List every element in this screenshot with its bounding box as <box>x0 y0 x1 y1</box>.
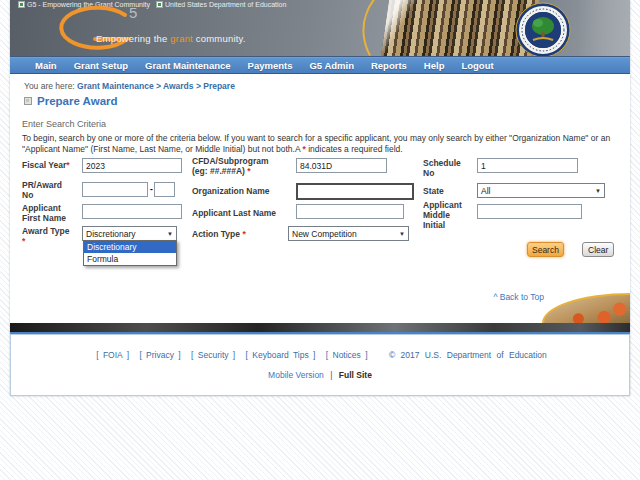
applicant-last-name-label: Applicant Last Name <box>192 208 296 218</box>
pr-award-no-input-1[interactable] <box>82 182 148 197</box>
footer-link-foia[interactable]: [ FOIA ] <box>96 350 129 360</box>
tagline-prefix: Empowering the <box>96 33 170 44</box>
award-type-option-formula[interactable]: Formula <box>84 253 176 265</box>
copyright-text: © 2017 U.S. Department of Education <box>389 350 547 360</box>
award-type-label-text: Award Type <box>22 226 69 236</box>
breadcrumb-path[interactable]: Grant Maintenance > Awards > Prepare <box>77 81 235 91</box>
state-select-value: All <box>481 186 490 196</box>
footer-link-privacy[interactable]: [ Privacy ] <box>139 350 180 360</box>
fiscal-year-input[interactable] <box>82 158 182 173</box>
award-type-required: * <box>22 236 25 246</box>
action-type-label-text: Action Type <box>192 229 242 239</box>
page-title-icon <box>24 97 32 105</box>
action-type-select-value: New Competition <box>292 229 357 239</box>
applicant-middle-initial-label: Applicant Middle Initial <box>423 200 465 230</box>
gold-curve-decoration <box>348 0 496 57</box>
nav-payments[interactable]: Payments <box>248 60 293 71</box>
schedule-no-label: Schedule No <box>423 158 469 178</box>
g5-logo: 5 <box>47 5 147 57</box>
state-select[interactable]: All ▼ <box>477 183 605 198</box>
schedule-no-input[interactable] <box>477 158 578 173</box>
tagline-suffix: community. <box>193 33 246 44</box>
nav-grant-setup[interactable]: Grant Setup <box>74 60 128 71</box>
content-area: You are here: Grant Maintenance > Awards… <box>10 74 630 323</box>
nav-reports[interactable]: Reports <box>371 60 407 71</box>
nav-g5-admin[interactable]: G5 Admin <box>309 60 354 71</box>
organization-name-label: Organization Name <box>192 186 294 196</box>
pr-award-no-input-2[interactable] <box>154 182 175 197</box>
applicant-first-name-label: Applicant First Name <box>22 203 72 223</box>
applicant-middle-initial-input[interactable] <box>477 204 582 219</box>
action-type-select[interactable]: New Competition ▼ <box>288 226 409 241</box>
breadcrumb-prefix: You are here: <box>24 81 77 91</box>
footer-link-security[interactable]: [ Security ] <box>191 350 235 360</box>
fiscal-year-required: * <box>66 160 69 170</box>
search-button[interactable]: Search <box>527 242 564 257</box>
footer-link-keyboard-tips[interactable]: [ Keyboard Tips ] <box>246 350 316 360</box>
award-type-select-value: Discretionary <box>86 229 136 239</box>
cfda-input[interactable] <box>296 158 387 173</box>
logo-five: 5 <box>129 5 137 21</box>
tagline: Empowering the grant community. <box>96 33 246 44</box>
chevron-down-icon: ▼ <box>399 231 405 237</box>
award-type-dropdown-list: Discretionary Formula <box>83 240 177 266</box>
page-title: Prepare Award <box>37 95 118 107</box>
broken-image-icon <box>156 1 163 8</box>
cfda-required: * <box>247 166 250 176</box>
chevron-down-icon: ▼ <box>167 231 173 237</box>
instructions-text: To begin, search by one or more of the c… <box>22 133 622 154</box>
clear-button[interactable]: Clear <box>582 242 614 257</box>
state-label: State <box>423 186 469 196</box>
footer-links-row: [ FOIA ] [ Privacy ] [ Security ] [ Keyb… <box>11 350 629 360</box>
back-to-top-link[interactable]: ^ Back to Top <box>493 292 544 302</box>
award-type-label: Award Type * <box>22 226 78 246</box>
cfda-label-line2: (eg: ##.###A) <box>192 166 247 176</box>
chevron-down-icon: ▼ <box>595 188 601 194</box>
applicant-first-name-input[interactable] <box>82 204 182 219</box>
action-type-required: * <box>242 229 245 239</box>
classroom-corner-image <box>542 293 630 323</box>
search-criteria-heading: Enter Search Criteria <box>22 119 106 129</box>
footer-divider-bar <box>10 323 630 332</box>
pr-award-separator: - <box>150 184 153 194</box>
fiscal-year-label: Fiscal Year* <box>22 160 80 170</box>
award-type-option-discretionary[interactable]: Discretionary <box>84 241 176 253</box>
pr-award-no-label: PR/Award No <box>22 180 74 200</box>
footer-site-mode-row: Mobile Version | Full Site <box>11 370 629 380</box>
breadcrumb: You are here: Grant Maintenance > Awards… <box>24 81 235 91</box>
site-mode-separator: | <box>330 370 332 380</box>
full-site-label: Full Site <box>339 370 372 380</box>
applicant-last-name-input[interactable] <box>296 204 404 219</box>
award-type-select[interactable]: Discretionary ▼ <box>82 226 177 241</box>
mobile-version-link[interactable]: Mobile Version <box>268 370 324 380</box>
footer-link-notices[interactable]: [ Notices ] <box>326 350 368 360</box>
nav-logout[interactable]: Logout <box>461 60 493 71</box>
banner-right-fade <box>578 0 630 57</box>
organization-name-input[interactable] <box>296 183 414 200</box>
cfda-label-line1: CFDA/Subprogram <box>192 156 269 166</box>
tagline-grant: grant <box>170 33 193 44</box>
ed-alt-text: United States Department of Education <box>165 1 286 8</box>
nav-main[interactable]: Main <box>35 60 57 71</box>
header-banner: G5 - Empowering the Grant Community Unit… <box>10 0 630 57</box>
action-type-label: Action Type * <box>192 229 272 239</box>
ed-alt-item: United States Department of Education <box>156 1 286 8</box>
page-container: G5 - Empowering the Grant Community Unit… <box>10 0 630 396</box>
nav-grant-maintenance[interactable]: Grant Maintenance <box>145 60 231 71</box>
nav-help[interactable]: Help <box>424 60 445 71</box>
department-of-education-seal <box>515 2 571 57</box>
broken-image-icon <box>18 1 25 8</box>
main-nav: Main Grant Setup Grant Maintenance Payme… <box>10 57 630 74</box>
fiscal-year-label-text: Fiscal Year <box>22 160 66 170</box>
cfda-label: CFDA/Subprogram (eg: ##.###A) * <box>192 156 294 176</box>
footer: [ FOIA ] [ Privacy ] [ Security ] [ Keyb… <box>10 334 630 396</box>
instructions-after: indicates a required field. <box>306 144 403 154</box>
